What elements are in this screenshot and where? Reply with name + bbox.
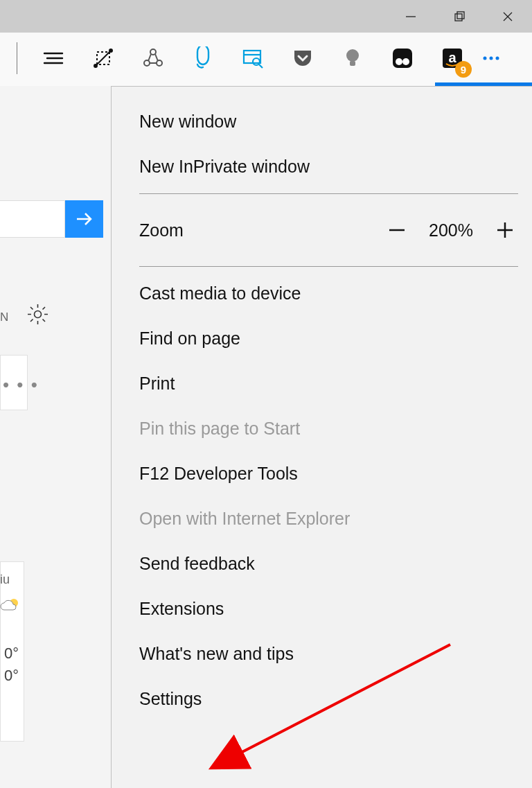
menu-print[interactable]: Print	[112, 361, 532, 406]
svg-line-9	[96, 51, 111, 66]
svg-line-15	[148, 54, 151, 61]
zoom-out-button[interactable]	[384, 217, 410, 243]
share-icon[interactable]	[141, 46, 166, 71]
menu-devtools[interactable]: F12 Developer Tools	[112, 451, 532, 496]
text-fragment: iu	[0, 572, 10, 587]
window-minimize-button[interactable]	[387, 0, 435, 33]
menu-whatsnew[interactable]: What's new and tips	[112, 631, 532, 676]
svg-point-11	[109, 49, 112, 52]
go-button[interactable]	[65, 200, 103, 238]
notification-badge: 9	[455, 61, 472, 78]
crop-icon[interactable]	[91, 46, 116, 71]
menu-new-inprivate[interactable]: New InPrivate window	[112, 144, 532, 189]
more-menu-button[interactable]	[479, 46, 504, 71]
window-close-button[interactable]	[484, 0, 532, 33]
pocket-icon[interactable]	[290, 46, 315, 71]
svg-point-30	[490, 57, 493, 60]
zoom-label: Zoom	[139, 220, 384, 240]
svg-point-12	[150, 49, 156, 55]
menu-zoom-row: Zoom 200%	[112, 198, 532, 262]
svg-rect-2	[457, 12, 464, 19]
window-search-icon[interactable]	[240, 46, 265, 71]
window-titlebar	[0, 0, 532, 33]
mouse-icon[interactable]	[190, 46, 215, 71]
svg-point-31	[496, 57, 499, 60]
svg-point-20	[253, 58, 260, 65]
cloud-icon	[0, 595, 21, 618]
svg-line-16	[155, 54, 158, 61]
menu-cast[interactable]: Cast media to device	[112, 271, 532, 316]
menu-feedback[interactable]: Send feedback	[112, 541, 532, 586]
svg-point-29	[484, 57, 487, 60]
address-bar-fragment[interactable]	[0, 200, 65, 238]
settings-dropdown-menu: New window New InPrivate window Zoom 200…	[111, 86, 532, 788]
svg-line-21	[259, 64, 263, 68]
menu-new-window[interactable]: New window	[112, 99, 532, 144]
temperature-high: 0°	[4, 645, 19, 663]
app-icon-1[interactable]	[390, 46, 415, 71]
label-fragment: N	[0, 310, 8, 324]
menu-pin-to-start: Pin this page to Start	[112, 406, 532, 451]
svg-rect-24	[393, 49, 412, 68]
svg-point-26	[402, 58, 409, 65]
zoom-in-button[interactable]	[492, 217, 518, 243]
gear-icon[interactable]	[26, 303, 49, 326]
menu-open-ie: Open with Internet Explorer	[112, 496, 532, 541]
browser-toolbar: a 9	[0, 33, 532, 86]
temperature-low: 0°	[4, 667, 19, 685]
menu-divider	[139, 266, 518, 267]
ellipsis-icon[interactable]: • • •	[3, 374, 39, 396]
toolbar-separator	[17, 42, 17, 74]
menu-settings[interactable]: Settings	[112, 676, 532, 721]
zoom-value: 200%	[425, 220, 477, 240]
svg-point-22	[346, 49, 359, 62]
menu-extensions[interactable]: Extensions	[112, 586, 532, 631]
svg-rect-23	[350, 61, 355, 66]
svg-rect-1	[455, 14, 462, 21]
amazon-extension-icon[interactable]: a 9	[440, 46, 465, 71]
reading-view-icon[interactable]	[41, 46, 66, 71]
svg-point-33	[35, 311, 42, 318]
menu-find[interactable]: Find on page	[112, 316, 532, 361]
svg-point-10	[94, 64, 97, 67]
svg-point-25	[396, 58, 402, 65]
menu-divider	[139, 193, 518, 194]
lightbulb-icon[interactable]	[340, 46, 365, 71]
svg-text:a: a	[448, 50, 456, 65]
window-maximize-button[interactable]	[435, 0, 484, 33]
